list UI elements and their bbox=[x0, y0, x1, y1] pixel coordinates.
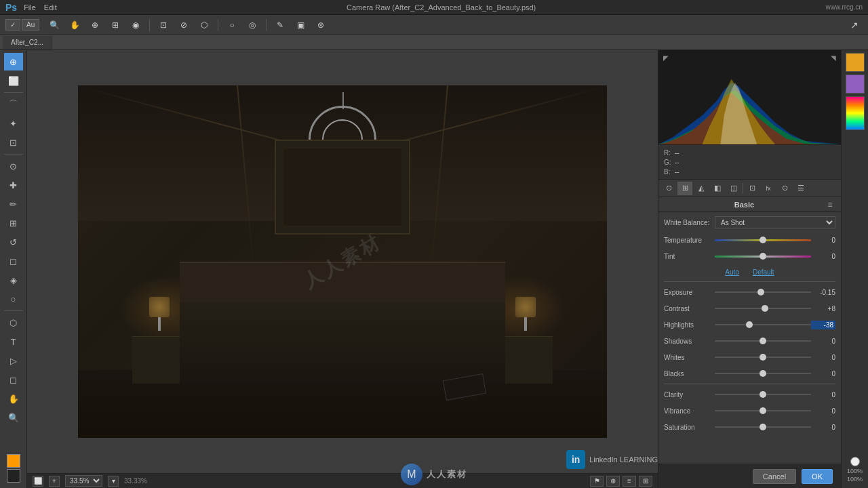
clarity-thumb[interactable] bbox=[760, 391, 766, 398]
panel-menu-btn[interactable]: ≡ bbox=[825, 199, 835, 210]
lasso-tool[interactable]: ⌒ bbox=[4, 96, 23, 113]
transform-tool[interactable]: ⬡ bbox=[196, 18, 212, 33]
vibrance-slider[interactable] bbox=[715, 407, 811, 415]
bottom-btn-4[interactable]: ⊞ bbox=[639, 476, 652, 487]
type-tool[interactable]: T bbox=[4, 333, 23, 350]
crop-tool-left[interactable]: ⊡ bbox=[4, 134, 23, 151]
gradient-tool[interactable]: ◈ bbox=[4, 271, 23, 289]
panel-tool-basic[interactable]: ⊞ bbox=[677, 182, 692, 195]
red-eye-tool[interactable]: ◎ bbox=[244, 18, 260, 33]
hand-tool[interactable]: ✋ bbox=[66, 18, 83, 33]
wb-select[interactable]: As Shot Auto Daylight Cloudy Shade Tungs… bbox=[715, 216, 835, 228]
default-btn[interactable]: Default bbox=[753, 268, 774, 276]
highlights-slider[interactable] bbox=[715, 321, 811, 329]
panel-tool-histogram[interactable]: ⊙ bbox=[661, 182, 676, 195]
blacks-thumb[interactable] bbox=[760, 370, 766, 377]
file-menu[interactable]: File bbox=[24, 3, 36, 12]
panel-tool-camera[interactable]: ⊙ bbox=[777, 182, 792, 195]
contrast-track bbox=[715, 308, 811, 309]
highlights-row: Highlights -38 bbox=[664, 317, 835, 332]
histogram-highlight-clip-btn[interactable]: ◥ bbox=[829, 53, 838, 62]
foreground-color-swatch[interactable] bbox=[7, 454, 20, 468]
stamp-tool[interactable]: ⊞ bbox=[4, 214, 23, 232]
adjustment-brush-tool[interactable]: ✎ bbox=[272, 18, 288, 33]
bottom-btn-2[interactable]: ⊕ bbox=[606, 476, 620, 487]
crop-tool[interactable]: ⊡ bbox=[155, 18, 172, 33]
color-picker-strip[interactable] bbox=[846, 96, 865, 130]
highlights-value[interactable]: -38 bbox=[811, 321, 835, 329]
whites-slider[interactable] bbox=[715, 353, 811, 361]
graduated-filter-tool[interactable]: ▣ bbox=[292, 18, 309, 33]
canvas-btn-1[interactable]: ⬜ bbox=[33, 476, 43, 487]
shape-tool[interactable]: ◻ bbox=[4, 371, 23, 388]
canvas-bottom-bar: ⬜ + 33.5% 25% 50% 100% ▾ 33.33% ⚑ ⊕ ≡ ⊞ bbox=[27, 473, 658, 488]
saturation-slider[interactable] bbox=[715, 423, 811, 431]
panel-tool-hsl[interactable]: ◫ bbox=[726, 182, 741, 195]
lamp-base-right bbox=[524, 317, 527, 331]
background-color-swatch[interactable] bbox=[7, 469, 20, 483]
white-balance-tool[interactable]: ⊕ bbox=[87, 18, 103, 33]
brand-icon: M bbox=[407, 468, 416, 481]
contrast-slider[interactable] bbox=[715, 304, 811, 312]
highlights-label: Highlights bbox=[664, 321, 715, 329]
saturation-thumb[interactable] bbox=[760, 424, 766, 430]
target-adjust-tool[interactable]: ◉ bbox=[127, 18, 144, 33]
left-sidebar: ⊕ ⬜ ⌒ ✦ ⊡ ⊙ ✚ ✏ ⊞ ↺ ◻ ◈ ○ ⬡ T ▷ ◻ ✋ 🔍 bbox=[0, 50, 27, 488]
eraser-tool[interactable]: ◻ bbox=[4, 252, 23, 270]
radial-filter-tool[interactable]: ⊛ bbox=[313, 18, 329, 33]
panel-tool-split-toning[interactable]: ⊡ bbox=[745, 182, 760, 195]
whites-thumb[interactable] bbox=[760, 354, 766, 361]
circle-btn-1[interactable] bbox=[850, 457, 860, 466]
hand-tool-left[interactable]: ✋ bbox=[4, 390, 23, 407]
spot-removal-tool[interactable]: ○ bbox=[224, 18, 240, 33]
panel-tool-presets[interactable]: ☰ bbox=[793, 182, 808, 195]
temperature-thumb[interactable] bbox=[760, 237, 766, 243]
extra-swatch-2[interactable] bbox=[846, 75, 865, 94]
image-tab[interactable]: After_C2... bbox=[3, 36, 52, 49]
shadows-thumb[interactable] bbox=[760, 338, 766, 344]
zoom-tool-left[interactable]: 🔍 bbox=[4, 409, 23, 426]
highlights-thumb[interactable] bbox=[746, 321, 753, 328]
zoom-select[interactable]: 33.5% 25% 50% 100% bbox=[65, 475, 102, 487]
heal-tool[interactable]: ✚ bbox=[4, 176, 23, 194]
bottom-btn-3[interactable]: ≡ bbox=[623, 476, 636, 487]
controls-section: White Balance: As Shot Auto Daylight Clo… bbox=[658, 212, 841, 464]
canvas-btn-2[interactable]: + bbox=[49, 476, 60, 487]
blacks-slider[interactable] bbox=[715, 369, 811, 378]
temperature-slider[interactable] bbox=[715, 236, 811, 244]
zoom-tool[interactable]: 🔍 bbox=[46, 18, 62, 33]
quick-select-tool[interactable]: ✦ bbox=[4, 115, 23, 132]
exposure-slider[interactable] bbox=[715, 288, 811, 296]
history-brush-tool[interactable]: ↺ bbox=[4, 233, 23, 251]
contrast-thumb[interactable] bbox=[762, 305, 768, 312]
histogram-shadow-clip-btn[interactable]: ◤ bbox=[661, 53, 671, 62]
brush-tool[interactable]: ✏ bbox=[4, 195, 23, 213]
bottom-btn-1[interactable]: ⚑ bbox=[590, 476, 604, 487]
tint-slider[interactable] bbox=[715, 252, 811, 260]
color-sampler-tool[interactable]: ⊞ bbox=[107, 18, 123, 33]
shadows-slider[interactable] bbox=[715, 337, 811, 345]
exposure-row: Exposure -0.15 bbox=[664, 285, 835, 300]
eyedropper-tool[interactable]: ⊙ bbox=[4, 157, 23, 175]
exposure-thumb[interactable] bbox=[757, 289, 764, 296]
ok-button[interactable]: OK bbox=[802, 469, 833, 484]
straighten-tool[interactable]: ⊘ bbox=[176, 18, 192, 33]
dodge-tool[interactable]: ○ bbox=[4, 290, 23, 308]
tint-thumb[interactable] bbox=[760, 253, 766, 260]
panel-tool-fx[interactable]: fx bbox=[761, 182, 776, 195]
vibrance-thumb[interactable] bbox=[760, 407, 766, 414]
cancel-button[interactable]: Cancel bbox=[753, 469, 796, 484]
auto-btn[interactable]: Auto bbox=[725, 268, 739, 276]
open-object-btn[interactable]: ↗ bbox=[846, 18, 863, 33]
extra-swatch-1[interactable] bbox=[846, 53, 865, 72]
edit-menu[interactable]: Edit bbox=[44, 3, 57, 12]
pen-tool[interactable]: ⬡ bbox=[4, 314, 23, 331]
move-tool[interactable]: ⊕ bbox=[4, 53, 23, 70]
sidebar-separator-1 bbox=[4, 92, 23, 93]
canvas-btn-3[interactable]: ▾ bbox=[108, 476, 119, 487]
path-tool[interactable]: ▷ bbox=[4, 352, 23, 369]
clarity-slider[interactable] bbox=[715, 390, 811, 399]
panel-tool-detail[interactable]: ◧ bbox=[710, 182, 725, 195]
marquee-tool[interactable]: ⬜ bbox=[4, 72, 23, 89]
panel-tool-curves[interactable]: ◭ bbox=[694, 182, 709, 195]
